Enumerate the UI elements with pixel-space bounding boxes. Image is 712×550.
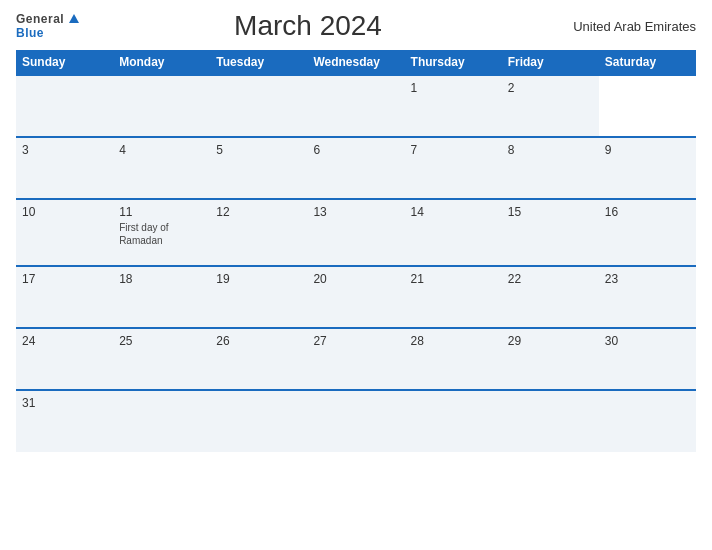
day-number: 12 xyxy=(216,205,301,219)
calendar-cell xyxy=(113,75,210,137)
logo: General Blue xyxy=(16,12,80,41)
calendar-week-row: 3456789 xyxy=(16,137,696,199)
calendar-week-row: 17181920212223 xyxy=(16,266,696,328)
calendar-cell: 9 xyxy=(599,137,696,199)
day-number: 28 xyxy=(411,334,496,348)
calendar-cell: 6 xyxy=(307,137,404,199)
calendar-cell: 7 xyxy=(405,137,502,199)
calendar-cell: 27 xyxy=(307,328,404,390)
day-number: 9 xyxy=(605,143,690,157)
weekday-header-tuesday: Tuesday xyxy=(210,50,307,75)
calendar-cell: 19 xyxy=(210,266,307,328)
day-number: 4 xyxy=(119,143,204,157)
day-number: 27 xyxy=(313,334,398,348)
day-number: 17 xyxy=(22,272,107,286)
day-number: 7 xyxy=(411,143,496,157)
day-number: 18 xyxy=(119,272,204,286)
calendar-cell xyxy=(599,390,696,452)
day-number: 29 xyxy=(508,334,593,348)
calendar-cell: 22 xyxy=(502,266,599,328)
day-number: 20 xyxy=(313,272,398,286)
calendar-cell: 15 xyxy=(502,199,599,266)
calendar-week-row: 1011First day of Ramadan1213141516 xyxy=(16,199,696,266)
day-number: 16 xyxy=(605,205,690,219)
calendar-cell: 2 xyxy=(502,75,599,137)
svg-marker-0 xyxy=(69,14,79,23)
calendar-cell xyxy=(210,390,307,452)
day-number: 6 xyxy=(313,143,398,157)
calendar-cell: 1 xyxy=(405,75,502,137)
country-name: United Arab Emirates xyxy=(536,19,696,34)
weekday-header-monday: Monday xyxy=(113,50,210,75)
calendar-cell: 21 xyxy=(405,266,502,328)
day-number: 13 xyxy=(313,205,398,219)
calendar-cell xyxy=(307,390,404,452)
logo-triangle-icon xyxy=(68,13,80,25)
calendar-cell: 20 xyxy=(307,266,404,328)
day-number: 14 xyxy=(411,205,496,219)
calendar-cell: 18 xyxy=(113,266,210,328)
calendar-week-row: 31 xyxy=(16,390,696,452)
day-number: 8 xyxy=(508,143,593,157)
weekday-header-thursday: Thursday xyxy=(405,50,502,75)
calendar-cell xyxy=(307,75,404,137)
weekday-header-friday: Friday xyxy=(502,50,599,75)
day-number: 22 xyxy=(508,272,593,286)
calendar-cell: 12 xyxy=(210,199,307,266)
calendar-container: General Blue March 2024 United Arab Emir… xyxy=(0,0,712,550)
calendar-cell: 24 xyxy=(16,328,113,390)
calendar-cell: 4 xyxy=(113,137,210,199)
weekday-header-wednesday: Wednesday xyxy=(307,50,404,75)
month-title: March 2024 xyxy=(80,10,536,42)
day-number: 21 xyxy=(411,272,496,286)
calendar-table: SundayMondayTuesdayWednesdayThursdayFrid… xyxy=(16,50,696,452)
day-number: 19 xyxy=(216,272,301,286)
day-number: 2 xyxy=(508,81,593,95)
day-number: 10 xyxy=(22,205,107,219)
logo-text: General Blue xyxy=(16,12,80,41)
calendar-cell xyxy=(502,390,599,452)
calendar-cell: 26 xyxy=(210,328,307,390)
logo-general: General xyxy=(16,12,80,26)
calendar-cell xyxy=(405,390,502,452)
day-number: 23 xyxy=(605,272,690,286)
calendar-cell: 5 xyxy=(210,137,307,199)
day-number: 24 xyxy=(22,334,107,348)
logo-blue: Blue xyxy=(16,26,80,40)
calendar-cell xyxy=(210,75,307,137)
day-number: 26 xyxy=(216,334,301,348)
day-number: 31 xyxy=(22,396,107,410)
calendar-cell: 11First day of Ramadan xyxy=(113,199,210,266)
day-number: 11 xyxy=(119,205,204,219)
calendar-cell: 10 xyxy=(16,199,113,266)
day-number: 3 xyxy=(22,143,107,157)
calendar-cell: 23 xyxy=(599,266,696,328)
weekday-header-row: SundayMondayTuesdayWednesdayThursdayFrid… xyxy=(16,50,696,75)
weekday-header-saturday: Saturday xyxy=(599,50,696,75)
calendar-cell: 29 xyxy=(502,328,599,390)
calendar-cell: 28 xyxy=(405,328,502,390)
calendar-week-row: 24252627282930 xyxy=(16,328,696,390)
day-number: 1 xyxy=(411,81,496,95)
calendar-cell: 14 xyxy=(405,199,502,266)
day-number: 30 xyxy=(605,334,690,348)
calendar-cell: 13 xyxy=(307,199,404,266)
day-number: 15 xyxy=(508,205,593,219)
event-text: First day of Ramadan xyxy=(119,221,204,247)
calendar-cell: 31 xyxy=(16,390,113,452)
calendar-cell: 16 xyxy=(599,199,696,266)
calendar-cell: 30 xyxy=(599,328,696,390)
calendar-header: General Blue March 2024 United Arab Emir… xyxy=(16,10,696,42)
calendar-cell xyxy=(16,75,113,137)
calendar-cell xyxy=(113,390,210,452)
calendar-cell: 8 xyxy=(502,137,599,199)
weekday-header-sunday: Sunday xyxy=(16,50,113,75)
day-number: 25 xyxy=(119,334,204,348)
calendar-cell: 17 xyxy=(16,266,113,328)
calendar-cell: 25 xyxy=(113,328,210,390)
day-number: 5 xyxy=(216,143,301,157)
calendar-cell: 3 xyxy=(16,137,113,199)
calendar-week-row: 12 xyxy=(16,75,696,137)
